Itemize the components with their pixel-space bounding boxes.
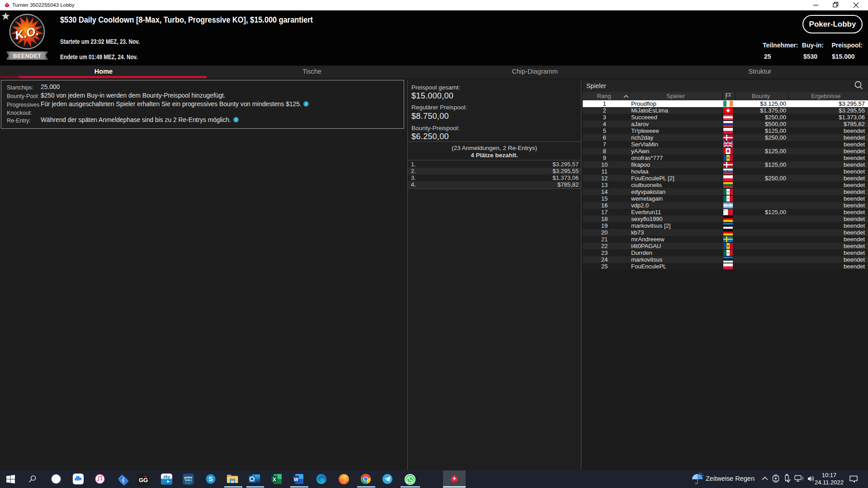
svg-text:W: W bbox=[294, 477, 299, 482]
svg-text:X: X bbox=[273, 477, 276, 482]
svg-text:𝄞: 𝄞 bbox=[122, 477, 125, 483]
svg-text:BEENDET: BEENDET bbox=[13, 53, 42, 59]
svg-text:sky: sky bbox=[163, 474, 170, 479]
svg-text:GG: GG bbox=[139, 477, 148, 483]
svg-text:S: S bbox=[208, 475, 212, 483]
svg-text:video: video bbox=[185, 479, 192, 482]
